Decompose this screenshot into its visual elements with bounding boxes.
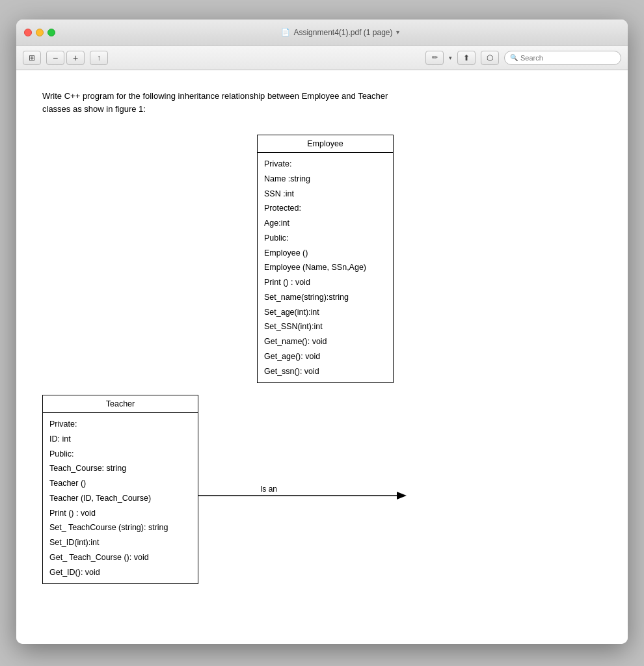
teacher-class-box: Teacher Private: ID: int Public: Teach_C… bbox=[42, 395, 198, 584]
teacher-member-3: Teach_Course: string bbox=[49, 461, 191, 476]
employee-member-8: Print () : void bbox=[264, 275, 386, 290]
share-icon: ↑ bbox=[97, 53, 101, 62]
teacher-member-4: Teacher () bbox=[49, 476, 191, 491]
maximize-button[interactable] bbox=[47, 29, 55, 36]
sidebar-icon: ⊞ bbox=[29, 53, 35, 62]
teacher-class-body: Private: ID: int Public: Teach_Course: s… bbox=[43, 413, 198, 583]
teacher-member-0: Private: bbox=[49, 417, 191, 432]
employee-member-12: Get_name(): void bbox=[264, 334, 386, 349]
employee-class-box: Employee Private: Name :string SSN :int … bbox=[257, 135, 394, 383]
dropdown-arrow: ▾ bbox=[449, 55, 452, 61]
problem-line2: classes as show in figure 1: bbox=[42, 104, 146, 114]
teacher-member-5: Teacher (ID, Teach_Course) bbox=[49, 491, 191, 506]
zoom-controls: − + bbox=[46, 51, 85, 65]
employee-member-3: Protected: bbox=[264, 201, 386, 216]
app-window: 📄 Assignment4(1).pdf (1 page) ▾ ⊞ − + ↑ … bbox=[16, 20, 628, 644]
title-icon: 📄 bbox=[281, 28, 290, 36]
close-button[interactable] bbox=[24, 29, 32, 36]
employee-member-13: Get_age(): void bbox=[264, 349, 386, 364]
teacher-member-6: Print () : void bbox=[49, 506, 191, 521]
send-icon: ⬆ bbox=[463, 53, 470, 62]
search-input[interactable] bbox=[520, 54, 615, 62]
page-content: Write C++ program for the following inhe… bbox=[16, 70, 628, 644]
annotate-button[interactable]: ⬡ bbox=[481, 51, 499, 65]
zoom-in-button[interactable]: + bbox=[66, 51, 85, 65]
employee-member-1: Name :string bbox=[264, 172, 386, 187]
search-icon: 🔍 bbox=[510, 54, 518, 61]
teacher-member-1: ID: int bbox=[49, 432, 191, 447]
pen-icon: ✏ bbox=[432, 53, 438, 62]
zoom-out-icon: − bbox=[53, 53, 58, 63]
employee-member-7: Employee (Name, SSn,Age) bbox=[264, 260, 386, 275]
titlebar: 📄 Assignment4(1).pdf (1 page) ▾ bbox=[16, 20, 628, 46]
traffic-lights bbox=[24, 29, 55, 36]
employee-member-4: Age:int bbox=[264, 216, 386, 231]
window-title: Assignment4(1).pdf (1 page) bbox=[293, 28, 392, 37]
annotate-icon: ⬡ bbox=[487, 53, 493, 62]
sidebar-toggle-button[interactable]: ⊞ bbox=[23, 51, 41, 65]
toolbar: ⊞ − + ↑ ✏ ▾ ⬆ ⬡ 🔍 bbox=[16, 46, 628, 70]
title-chevron: ▾ bbox=[396, 29, 399, 36]
arrow-label: Is an bbox=[260, 485, 277, 494]
minimize-button[interactable] bbox=[36, 29, 44, 36]
zoom-out-button[interactable]: − bbox=[46, 51, 64, 65]
inheritance-arrow: Is an bbox=[195, 483, 429, 515]
employee-class-title: Employee bbox=[258, 135, 393, 153]
teacher-member-9: Get_ Teach_Course (): void bbox=[49, 550, 191, 565]
teacher-member-10: Get_ID(): void bbox=[49, 565, 191, 580]
teacher-member-7: Set_ TeachCourse (string): string bbox=[49, 520, 191, 535]
employee-class-body: Private: Name :string SSN :int Protected… bbox=[258, 153, 393, 382]
problem-text: Write C++ program for the following inhe… bbox=[42, 90, 602, 115]
employee-member-0: Private: bbox=[264, 157, 386, 172]
employee-member-6: Employee () bbox=[264, 246, 386, 261]
employee-member-11: Set_SSN(int):int bbox=[264, 319, 386, 334]
diagram-area: Employee Private: Name :string SSN :int … bbox=[42, 135, 602, 642]
markup-button[interactable]: ✏ bbox=[425, 51, 444, 65]
zoom-in-icon: + bbox=[73, 53, 78, 63]
employee-member-10: Set_age(int):int bbox=[264, 305, 386, 320]
employee-member-9: Set_name(string):string bbox=[264, 290, 386, 305]
employee-member-2: SSN :int bbox=[264, 187, 386, 202]
teacher-class-title: Teacher bbox=[43, 395, 198, 413]
teacher-member-8: Set_ID(int):int bbox=[49, 535, 191, 550]
employee-member-14: Get_ssn(): void bbox=[264, 364, 386, 379]
search-box[interactable]: 🔍 bbox=[504, 51, 621, 65]
employee-member-5: Public: bbox=[264, 231, 386, 246]
teacher-member-2: Public: bbox=[49, 447, 191, 462]
problem-line1: Write C++ program for the following inhe… bbox=[42, 91, 388, 101]
send-button[interactable]: ⬆ bbox=[457, 51, 476, 65]
svg-marker-1 bbox=[397, 492, 407, 500]
toolbar-right: ✏ ▾ ⬆ ⬡ 🔍 bbox=[425, 51, 621, 65]
window-title-area: 📄 Assignment4(1).pdf (1 page) ▾ bbox=[60, 28, 620, 37]
share-button[interactable]: ↑ bbox=[90, 51, 108, 65]
